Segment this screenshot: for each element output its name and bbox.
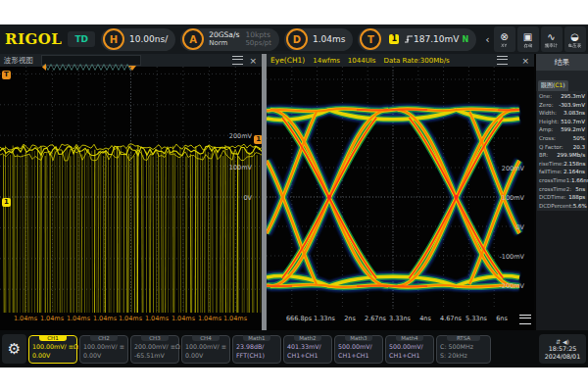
delay-knob-icon: D [286,28,308,50]
result-label: crossTime1: [539,176,571,185]
waveform-menu-icon[interactable] [232,56,243,65]
bottom-bar: ⚙ CH1 100.00mV/ ≡Ω 0.00V CH2 100.00mV/ ≡… [0,330,588,368]
time-label: 1.04ms [169,315,198,322]
trigger-time-badge[interactable]: T [2,71,11,79]
eye-results-menu-icon[interactable] [519,315,531,324]
app-label: 频率计 [545,42,559,47]
result-row: crossTime2: 5ns [537,185,587,194]
time-label: 1.04ms [37,315,67,322]
result-row: crossTime1: 1.66ns [537,176,587,185]
result-row: Cross: 50% [537,134,587,143]
acquisition-control[interactable]: A 20GSa/s Norm 10kpts 50ps/pt [180,28,279,51]
trigger-edge-icon [404,34,414,44]
toolbar-app-icon[interactable]: ⊗ XY [494,26,515,52]
voltage-label: 0V [243,194,252,202]
toolbar-app-icon[interactable]: ∿ 频率计 [541,26,563,52]
voltage-label: 200mV [502,165,524,172]
math3-tab: Math3 [345,335,372,342]
eye-panel-header: Eye(CH1) 14wfms 1044UIs Data Rate:300Mb/… [267,54,534,67]
channel3-box[interactable]: CH3 200.00mV/ ≡Ω -65.51mV [130,335,179,364]
result-value: 2.164ns [564,168,585,176]
clock-box[interactable]: ⇵ ◀) 18:57:25 2024/08/01 [539,334,586,364]
screenshot: { "toolbar": { "logo": "RIGOL", "trigger… [0,0,588,392]
trigger-source-badge: 1 [389,34,399,44]
result-value: 1.66ns [571,176,588,185]
delay-value: 1.04ms [313,34,346,44]
channel1-box[interactable]: CH1 100.00mV/ ≡Ω 0.00V [28,335,77,364]
math4-tab: Math4 [396,335,423,342]
result-label: One: [539,92,552,101]
rigol-logo: RIGOL [5,30,62,48]
result-value: 5.6% [573,202,587,211]
waveform-close-icon[interactable]: × [249,56,257,66]
result-label: riseTime: [539,160,564,169]
result-value: 5ns [575,185,585,194]
eye-time-axis: 666.8ps1.33ns2ns2.67ns3.33ns4ns4.67ns5.3… [267,315,534,324]
math2-box[interactable]: Math2 401.33mV/ CH1+CH1 [283,335,332,364]
result-value: 188ps [568,193,585,202]
waveform-time-axis: 1.04ms1.04ms1.04ms1.04ms1.04ms1.04ms1.04… [0,315,262,324]
result-row: Zero: -303.9mV [537,101,587,110]
rtsa-box[interactable]: RTSA C: 500MHz S: 20kHz [436,335,491,364]
horizontal-scale-control[interactable]: H 10.00ns/ [101,28,175,51]
time-label: 1.04ms [220,315,250,322]
eye-menu-icon[interactable] [497,56,508,65]
result-value: 510.7mV [561,118,585,126]
updown-arrows-icon: ⇵ [556,338,561,345]
result-row: Height: 510.7mV [537,118,587,126]
result-label: Cross: [539,134,556,143]
result-value: 295.3mV [561,92,585,101]
result-row: fallTime: 2.164ns [537,168,587,176]
impedance-icon: Ω [74,343,78,350]
clock-time: 18:57:25 [549,345,576,353]
result-row: Amp: 599.2mV [537,125,587,134]
clock-date: 2024/08/01 [545,353,580,361]
toolbar-app-icon[interactable]: ◒ 电压表 [564,26,586,52]
time-label: 1.04ms [142,315,172,322]
trigger-level-value: 187.10mV [414,34,459,44]
beeper-icon: ◀) [563,338,569,345]
result-row: One: 295.3mV [537,92,587,101]
acquisition-knob-icon: A [182,28,204,50]
main-area: 波形视图 × 200mV100mV0V T 1 1 1.04ms1.04ms1.… [0,54,588,330]
results-tab-eye-c1[interactable]: 眼图(C1) [538,80,568,91]
collapse-left-icon[interactable]: ‹ [485,33,489,46]
voltage-label: 200mV [229,132,252,140]
voltage-label: -200mV [499,282,524,290]
eye-diagram-plot [267,67,523,309]
app-glyph-icon: ⊗ [500,31,508,42]
channel2-tab: CH2 [90,335,118,342]
result-value: -303.9mV [559,101,585,110]
result-value: 2.158ns [564,160,585,169]
result-label: DCDPercent: [539,202,573,211]
voltage-label: 0V [515,223,524,231]
sample-rate: 20GSa/s [209,31,239,39]
eye-waveform-count: 14wfms [313,57,340,65]
result-value: 599.2mV [561,125,585,134]
app-label: 电压表 [568,42,582,47]
waveform-overview-timeline[interactable] [41,55,141,66]
channel2-box[interactable]: CH2 100.00mV/ ≡ 0.00V [79,335,128,364]
eye-close-icon[interactable]: × [521,56,529,66]
math2-tab: Math2 [294,335,321,342]
eye-diagram-panel: Eye(CH1) 14wfms 1044UIs Data Rate:300Mb/… [267,54,534,330]
result-row: DCDTime: 188ps [537,193,587,202]
trigger-control[interactable]: T 1 187.10mV N [358,28,476,51]
app-glyph-icon: ∿ [547,31,555,42]
result-label: Q Factor: [539,143,564,152]
result-row: DCDPercent: 5.6% [537,202,587,211]
dc-coupling-icon: ≡ [120,343,124,350]
channel1-tab: CH1 [39,335,67,342]
math3-box[interactable]: Math3 500.00mV/ CH1+CH1 [334,335,383,364]
math1-box[interactable]: Math1 23.98dB/ FFT(CH1) [232,335,281,364]
channel1-ground-badge[interactable]: 1 [2,198,11,207]
settings-gear-icon[interactable]: ⚙ [2,334,26,364]
voltage-label: 100mV [229,164,252,172]
delay-control[interactable]: D 1.04ms [284,28,354,51]
math4-box[interactable]: Math4 500.00mV/ CH1+CH1 [385,335,434,364]
toolbar-app-icon[interactable]: ▣ 存储 [517,26,539,52]
channel4-box[interactable]: CH4 100.00mV/ ≡ 0.00V [181,335,230,364]
top-toolbar: RIGOL TD H 10.00ns/ A 20GSa/s Norm 10kpt… [0,24,588,55]
results-list: One: 295.3mV Zero: -303.9mV Width: 3.083… [537,91,587,211]
time-label: 6ns [487,315,516,322]
